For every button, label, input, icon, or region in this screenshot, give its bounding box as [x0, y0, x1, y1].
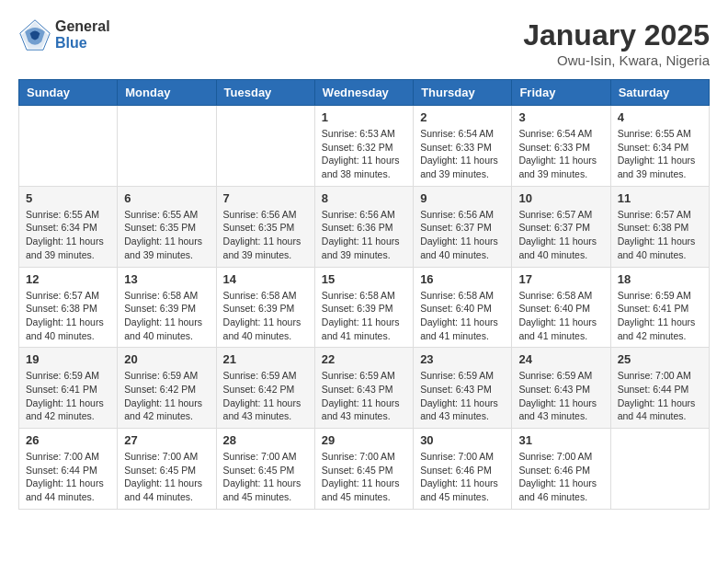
day-info: Sunrise: 6:59 AM Sunset: 6:43 PM Dayligh… — [518, 369, 603, 423]
day-info: Sunrise: 7:00 AM Sunset: 6:44 PM Dayligh… — [26, 450, 110, 504]
day-info: Sunrise: 6:56 AM Sunset: 6:36 PM Dayligh… — [322, 208, 406, 262]
weekday-header-friday: Friday — [512, 80, 610, 106]
day-number: 6 — [124, 191, 209, 205]
day-number: 13 — [124, 272, 209, 286]
calendar-day-cell: 9Sunrise: 6:56 AM Sunset: 6:37 PM Daylig… — [414, 186, 512, 267]
day-number: 18 — [618, 272, 702, 286]
calendar-day-cell: 19Sunrise: 6:59 AM Sunset: 6:41 PM Dayli… — [19, 348, 118, 429]
day-info: Sunrise: 6:59 AM Sunset: 6:42 PM Dayligh… — [223, 369, 308, 423]
weekday-header-tuesday: Tuesday — [216, 80, 314, 106]
calendar-week-row: 5Sunrise: 6:55 AM Sunset: 6:34 PM Daylig… — [19, 186, 710, 267]
calendar-day-cell: 16Sunrise: 6:58 AM Sunset: 6:40 PM Dayli… — [414, 267, 512, 348]
day-number: 25 — [618, 352, 702, 366]
day-info: Sunrise: 6:55 AM Sunset: 6:34 PM Dayligh… — [618, 127, 702, 181]
calendar-day-cell: 31Sunrise: 7:00 AM Sunset: 6:46 PM Dayli… — [512, 429, 610, 510]
calendar-week-row: 26Sunrise: 7:00 AM Sunset: 6:44 PM Dayli… — [19, 429, 710, 510]
calendar-day-cell: 27Sunrise: 7:00 AM Sunset: 6:45 PM Dayli… — [118, 429, 216, 510]
day-number: 14 — [223, 272, 308, 286]
logo: General Blue — [18, 18, 110, 52]
day-number: 20 — [124, 352, 209, 366]
day-info: Sunrise: 6:55 AM Sunset: 6:35 PM Dayligh… — [124, 208, 209, 262]
day-info: Sunrise: 6:59 AM Sunset: 6:43 PM Dayligh… — [420, 369, 505, 423]
day-number: 10 — [518, 191, 603, 205]
calendar-day-cell: 24Sunrise: 6:59 AM Sunset: 6:43 PM Dayli… — [512, 348, 610, 429]
logo-general: General — [55, 18, 110, 35]
day-number: 9 — [420, 191, 505, 205]
logo-text: General Blue — [55, 18, 110, 51]
calendar-day-cell: 21Sunrise: 6:59 AM Sunset: 6:42 PM Dayli… — [216, 348, 314, 429]
subtitle: Owu-Isin, Kwara, Nigeria — [523, 52, 710, 68]
day-info: Sunrise: 7:00 AM Sunset: 6:44 PM Dayligh… — [618, 369, 702, 423]
calendar-day-cell: 15Sunrise: 6:58 AM Sunset: 6:39 PM Dayli… — [314, 267, 413, 348]
day-number: 27 — [124, 433, 209, 447]
calendar-day-cell: 7Sunrise: 6:56 AM Sunset: 6:35 PM Daylig… — [216, 186, 314, 267]
calendar-day-cell: 4Sunrise: 6:55 AM Sunset: 6:34 PM Daylig… — [610, 106, 709, 187]
calendar-day-cell: 2Sunrise: 6:54 AM Sunset: 6:33 PM Daylig… — [414, 106, 512, 187]
calendar-day-cell: 8Sunrise: 6:56 AM Sunset: 6:36 PM Daylig… — [314, 186, 413, 267]
day-info: Sunrise: 6:58 AM Sunset: 6:40 PM Dayligh… — [518, 289, 603, 343]
day-info: Sunrise: 6:58 AM Sunset: 6:39 PM Dayligh… — [223, 289, 308, 343]
day-number: 5 — [26, 191, 110, 205]
calendar-table: SundayMondayTuesdayWednesdayThursdayFrid… — [18, 79, 710, 510]
calendar-day-cell — [216, 106, 314, 187]
day-number: 21 — [223, 352, 308, 366]
day-number: 8 — [322, 191, 406, 205]
page-header: General Blue January 2025 Owu-Isin, Kwar… — [18, 18, 710, 68]
day-info: Sunrise: 7:00 AM Sunset: 6:46 PM Dayligh… — [518, 450, 603, 504]
calendar-day-cell: 6Sunrise: 6:55 AM Sunset: 6:35 PM Daylig… — [118, 186, 216, 267]
calendar-day-cell — [610, 429, 709, 510]
day-number: 26 — [26, 433, 110, 447]
weekday-header-row: SundayMondayTuesdayWednesdayThursdayFrid… — [19, 80, 710, 106]
day-info: Sunrise: 6:56 AM Sunset: 6:35 PM Dayligh… — [223, 208, 308, 262]
calendar-header: SundayMondayTuesdayWednesdayThursdayFrid… — [19, 80, 710, 106]
day-number: 16 — [420, 272, 505, 286]
day-number: 30 — [420, 433, 505, 447]
calendar-day-cell: 3Sunrise: 6:54 AM Sunset: 6:33 PM Daylig… — [512, 106, 610, 187]
logo-icon — [18, 18, 51, 52]
title-block: January 2025 Owu-Isin, Kwara, Nigeria — [523, 18, 710, 68]
weekday-header-wednesday: Wednesday — [314, 80, 413, 106]
calendar-day-cell: 12Sunrise: 6:57 AM Sunset: 6:38 PM Dayli… — [19, 267, 118, 348]
calendar-day-cell: 14Sunrise: 6:58 AM Sunset: 6:39 PM Dayli… — [216, 267, 314, 348]
day-number: 17 — [518, 272, 603, 286]
main-title: January 2025 — [523, 18, 710, 52]
day-info: Sunrise: 7:00 AM Sunset: 6:45 PM Dayligh… — [322, 450, 406, 504]
day-number: 23 — [420, 352, 505, 366]
day-number: 31 — [518, 433, 603, 447]
day-number: 11 — [618, 191, 702, 205]
calendar-day-cell: 30Sunrise: 7:00 AM Sunset: 6:46 PM Dayli… — [414, 429, 512, 510]
day-info: Sunrise: 7:00 AM Sunset: 6:46 PM Dayligh… — [420, 450, 505, 504]
day-info: Sunrise: 6:59 AM Sunset: 6:41 PM Dayligh… — [26, 369, 110, 423]
calendar-week-row: 1Sunrise: 6:53 AM Sunset: 6:32 PM Daylig… — [19, 106, 710, 187]
calendar-day-cell: 22Sunrise: 6:59 AM Sunset: 6:43 PM Dayli… — [314, 348, 413, 429]
calendar-day-cell — [118, 106, 216, 187]
day-number: 22 — [322, 352, 406, 366]
calendar-body: 1Sunrise: 6:53 AM Sunset: 6:32 PM Daylig… — [19, 106, 710, 510]
day-info: Sunrise: 7:00 AM Sunset: 6:45 PM Dayligh… — [223, 450, 308, 504]
weekday-header-sunday: Sunday — [19, 80, 118, 106]
day-number: 29 — [322, 433, 406, 447]
calendar-day-cell: 28Sunrise: 7:00 AM Sunset: 6:45 PM Dayli… — [216, 429, 314, 510]
day-info: Sunrise: 6:58 AM Sunset: 6:39 PM Dayligh… — [322, 289, 406, 343]
calendar-day-cell: 23Sunrise: 6:59 AM Sunset: 6:43 PM Dayli… — [414, 348, 512, 429]
calendar-day-cell: 25Sunrise: 7:00 AM Sunset: 6:44 PM Dayli… — [610, 348, 709, 429]
calendar-day-cell: 13Sunrise: 6:58 AM Sunset: 6:39 PM Dayli… — [118, 267, 216, 348]
calendar-day-cell: 10Sunrise: 6:57 AM Sunset: 6:37 PM Dayli… — [512, 186, 610, 267]
calendar-day-cell: 1Sunrise: 6:53 AM Sunset: 6:32 PM Daylig… — [314, 106, 413, 187]
calendar-day-cell: 20Sunrise: 6:59 AM Sunset: 6:42 PM Dayli… — [118, 348, 216, 429]
calendar-day-cell: 18Sunrise: 6:59 AM Sunset: 6:41 PM Dayli… — [610, 267, 709, 348]
calendar-week-row: 19Sunrise: 6:59 AM Sunset: 6:41 PM Dayli… — [19, 348, 710, 429]
day-number: 24 — [518, 352, 603, 366]
calendar-day-cell: 5Sunrise: 6:55 AM Sunset: 6:34 PM Daylig… — [19, 186, 118, 267]
weekday-header-thursday: Thursday — [414, 80, 512, 106]
logo-blue: Blue — [55, 35, 110, 52]
day-number: 28 — [223, 433, 308, 447]
day-info: Sunrise: 7:00 AM Sunset: 6:45 PM Dayligh… — [124, 450, 209, 504]
calendar-day-cell: 17Sunrise: 6:58 AM Sunset: 6:40 PM Dayli… — [512, 267, 610, 348]
day-info: Sunrise: 6:54 AM Sunset: 6:33 PM Dayligh… — [518, 127, 603, 181]
calendar-day-cell: 11Sunrise: 6:57 AM Sunset: 6:38 PM Dayli… — [610, 186, 709, 267]
day-info: Sunrise: 6:58 AM Sunset: 6:39 PM Dayligh… — [124, 289, 209, 343]
day-number: 19 — [26, 352, 110, 366]
day-number: 2 — [420, 110, 505, 124]
day-info: Sunrise: 6:59 AM Sunset: 6:41 PM Dayligh… — [618, 289, 702, 343]
